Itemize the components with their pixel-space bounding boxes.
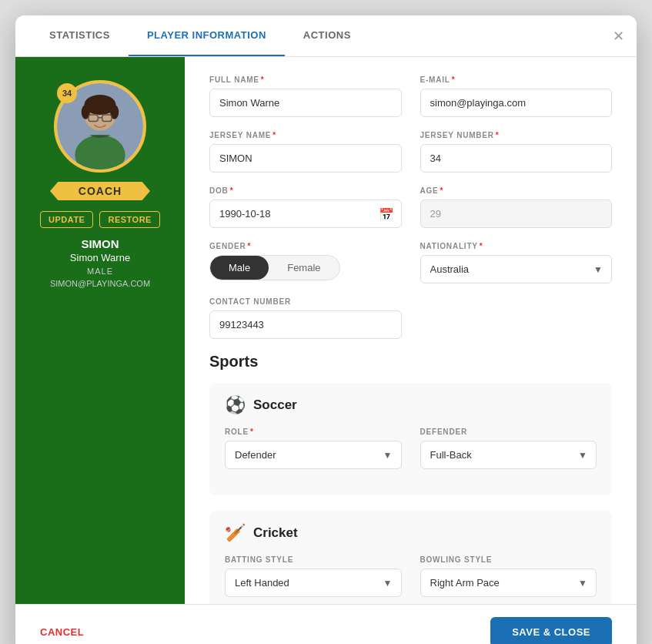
contact-group: CONTACT NUMBER (209, 297, 402, 339)
form-row-name-email: FULL NAME* E-MAIL* (209, 75, 612, 117)
nationality-group: NATIONALITY* Australia ▼ (420, 242, 613, 283)
tab-statistics[interactable]: STATISTICS (31, 15, 129, 56)
main-content: FULL NAME* E-MAIL* JERSEY NAME* (185, 57, 637, 604)
calendar-icon[interactable]: 📅 (379, 206, 394, 221)
gender-toggle: Male Female (209, 255, 340, 280)
nationality-label: NATIONALITY* (420, 242, 613, 250)
soccer-role-label: ROLE* (225, 428, 402, 436)
required-star: * (496, 131, 500, 139)
full-name-input[interactable] (209, 89, 402, 117)
sidebar-email: SIMON@PLAYINGA.COM (50, 279, 150, 288)
required-star: * (480, 242, 483, 250)
required-star: * (452, 75, 456, 84)
soccer-name: Soccer (253, 397, 297, 413)
cancel-button[interactable]: CANCEL (40, 626, 84, 638)
required-star: * (230, 186, 234, 195)
soccer-role-select[interactable]: Defender (225, 441, 402, 469)
sidebar-username: SIMON (81, 237, 119, 250)
jersey-number-label: JERSEY NUMBER* (420, 131, 613, 139)
avatar-wrapper: 34 (54, 80, 146, 173)
email-label: E-MAIL* (420, 75, 613, 84)
required-star: * (250, 428, 254, 436)
update-button[interactable]: UPDATE (40, 211, 93, 228)
form-row-gender-nationality: GENDER* Male Female NATIONALITY* Austral… (209, 242, 612, 283)
cricket-card: 🏏 Cricket BATTING STYLE Left Handed ▼ (209, 511, 612, 604)
required-star: * (248, 242, 252, 250)
save-close-button[interactable]: SAVE & CLOSE (490, 617, 612, 644)
restore-button[interactable]: RESTORE (99, 211, 159, 228)
sidebar-actions: UPDATE RESTORE (40, 211, 160, 228)
full-name-group: FULL NAME* (209, 75, 402, 117)
gender-label: GENDER* (209, 242, 402, 250)
email-input[interactable] (420, 89, 613, 117)
tab-actions[interactable]: ACTIONS (285, 15, 369, 56)
jersey-name-input[interactable] (209, 144, 402, 173)
cricket-icon: 🏏 (225, 523, 246, 543)
sidebar-gender: MALE (87, 267, 113, 276)
batting-select-wrapper: Left Handed ▼ (225, 569, 402, 597)
dob-group: DOB* 📅 (209, 186, 402, 228)
tabs-bar: STATISTICS PLAYER INFORMATION ACTIONS ✕ (15, 15, 637, 57)
gender-female-btn[interactable]: Female (269, 256, 339, 280)
close-button[interactable]: ✕ (613, 29, 624, 43)
jersey-name-group: JERSEY NAME* (209, 131, 402, 173)
bowling-style-label: BOWLING STYLE (420, 555, 597, 564)
soccer-position-label: DEFENDER (420, 428, 597, 436)
gender-group: GENDER* Male Female (209, 242, 402, 283)
bowling-style-group: BOWLING STYLE Right Arm Pace ▼ (420, 555, 597, 597)
required-star: * (273, 131, 276, 139)
batting-style-group: BATTING STYLE Left Handed ▼ (225, 555, 402, 597)
soccer-card: ⚽ Soccer ROLE* Defender ▼ (209, 383, 612, 495)
soccer-role-select-wrapper: Defender ▼ (225, 441, 402, 469)
jersey-name-label: JERSEY NAME* (209, 131, 402, 139)
bowling-select-wrapper: Right Arm Pace ▼ (420, 569, 597, 597)
jersey-number-input[interactable] (420, 144, 613, 173)
soccer-position-group: DEFENDER Full-Back ▼ (420, 428, 597, 469)
contact-label: CONTACT NUMBER (209, 297, 402, 306)
role-banner: COACH (50, 182, 150, 200)
cricket-header: 🏏 Cricket (225, 523, 597, 543)
required-star: * (440, 186, 444, 195)
modal-footer: CANCEL SAVE & CLOSE (15, 604, 637, 644)
form-row-contact: CONTACT NUMBER (209, 297, 612, 339)
gender-male-btn[interactable]: Male (210, 256, 269, 280)
jersey-badge: 34 (57, 83, 77, 103)
modal-body: 34 (15, 57, 637, 604)
soccer-position-select[interactable]: Full-Back (420, 441, 597, 469)
cricket-form-row: BATTING STYLE Left Handed ▼ BOWLING STYL… (225, 555, 597, 597)
cricket-name: Cricket (253, 525, 298, 541)
full-name-label: FULL NAME* (209, 75, 402, 84)
soccer-role-group: ROLE* Defender ▼ (225, 428, 402, 469)
dob-label: DOB* (209, 186, 402, 195)
jersey-number-group: JERSEY NUMBER* (420, 131, 613, 173)
form-row-jersey: JERSEY NAME* JERSEY NUMBER* (209, 131, 612, 173)
batting-style-label: BATTING STYLE (225, 555, 402, 564)
age-input (420, 200, 613, 228)
sports-section-title: Sports (209, 353, 612, 371)
batting-style-select[interactable]: Left Handed (225, 569, 402, 597)
sidebar: 34 (15, 57, 185, 604)
sidebar-fullname: Simon Warne (70, 252, 130, 263)
modal: STATISTICS PLAYER INFORMATION ACTIONS ✕ … (15, 15, 637, 644)
bowling-style-select[interactable]: Right Arm Pace (420, 569, 597, 597)
form-row-dob-age: DOB* 📅 AGE* (209, 186, 612, 228)
nationality-select-wrapper: Australia ▼ (420, 255, 613, 283)
soccer-header: ⚽ Soccer (225, 395, 597, 415)
dob-input-wrapper: 📅 (209, 200, 402, 228)
tab-player-information[interactable]: PLAYER INFORMATION (129, 15, 285, 56)
required-star: * (261, 75, 265, 84)
soccer-form-row: ROLE* Defender ▼ DEFENDER (225, 428, 597, 469)
nationality-select[interactable]: Australia (420, 255, 613, 283)
soccer-icon: ⚽ (225, 395, 246, 415)
contact-input[interactable] (209, 310, 402, 339)
age-label: AGE* (420, 186, 613, 195)
age-group: AGE* (420, 186, 613, 228)
dob-input[interactable] (209, 200, 402, 228)
soccer-position-select-wrapper: Full-Back ▼ (420, 441, 597, 469)
email-group: E-MAIL* (420, 75, 613, 117)
